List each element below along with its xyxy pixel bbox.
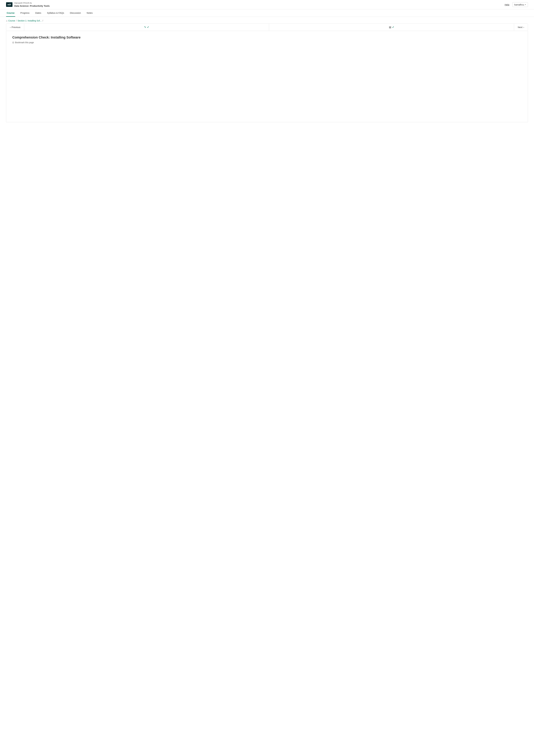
nav-bar-book-segment[interactable]: ▤ ✓: [269, 24, 514, 31]
header-right: Help kamalhcu ▾: [505, 2, 528, 7]
nav-bar-center: ✎ ✓ ▤ ✓: [24, 24, 514, 31]
prev-chevron-icon: ‹: [10, 26, 11, 28]
header-left: edX HarvardX PH125.5x Data Science: Prod…: [6, 2, 50, 7]
bookmark-button[interactable]: ⊡ Bookmark this page: [12, 41, 34, 44]
next-button[interactable]: Next ›: [514, 24, 528, 31]
course-info: HarvardX PH125.5x Data Science: Producti…: [14, 2, 50, 7]
nav-item-course[interactable]: Course: [6, 10, 15, 17]
nav-item-discussion[interactable]: Discussion: [69, 10, 82, 17]
course-name: Data Science: Productivity Tools: [14, 4, 50, 8]
page-content: Comprehension Check: Installing Software…: [6, 31, 528, 122]
edit-icon: ✎: [144, 26, 146, 29]
page-title: Comprehension Check: Installing Software: [12, 36, 522, 40]
breadcrumb-course-link[interactable]: Course: [8, 19, 15, 22]
content-wrapper: ‹ Previous ✎ ✓ ▤ ✓ Next › Comprehension …: [0, 23, 534, 128]
home-icon: ⌂: [6, 19, 7, 22]
header: edX HarvardX PH125.5x Data Science: Prod…: [0, 0, 534, 9]
edit-check-icon: ✓: [147, 26, 149, 29]
breadcrumb-separator-2: /: [42, 19, 43, 22]
breadcrumb-section-link[interactable]: Section 1: Installing Sof...: [18, 19, 42, 22]
chevron-down-icon: ▾: [525, 4, 526, 6]
next-label: Next: [518, 26, 522, 28]
nav-item-progress[interactable]: Progress: [20, 10, 30, 17]
previous-label: Previous: [12, 26, 20, 28]
bookmark-icon: ⊡: [12, 41, 14, 44]
bookmark-label: Bookmark this page: [15, 41, 34, 44]
nav-item-syllabus[interactable]: Syllabus & FAQs: [46, 10, 65, 17]
user-menu[interactable]: kamalhcu ▾: [512, 2, 528, 7]
nav-item-notes[interactable]: Notes: [86, 10, 93, 17]
book-icon: ▤: [389, 26, 391, 29]
nav-item-dates[interactable]: Dates: [35, 10, 42, 17]
previous-button[interactable]: ‹ Previous: [6, 24, 24, 31]
main-nav: Course Progress Dates Syllabus & FAQs Di…: [0, 9, 534, 17]
nav-bar-edit-segment[interactable]: ✎ ✓: [24, 24, 269, 31]
next-chevron-icon: ›: [523, 26, 524, 28]
help-link[interactable]: Help: [505, 3, 509, 6]
course-nav-bar: ‹ Previous ✎ ✓ ▤ ✓ Next ›: [6, 23, 528, 31]
edx-logo: edX: [6, 2, 13, 7]
breadcrumb-separator-1: /: [16, 19, 17, 22]
user-label: kamalhcu: [514, 3, 524, 6]
book-check-icon: ✓: [392, 26, 394, 29]
breadcrumb: ⌂ Course / Section 1: Installing Sof... …: [0, 17, 534, 23]
course-id: HarvardX PH125.5x: [14, 2, 50, 4]
